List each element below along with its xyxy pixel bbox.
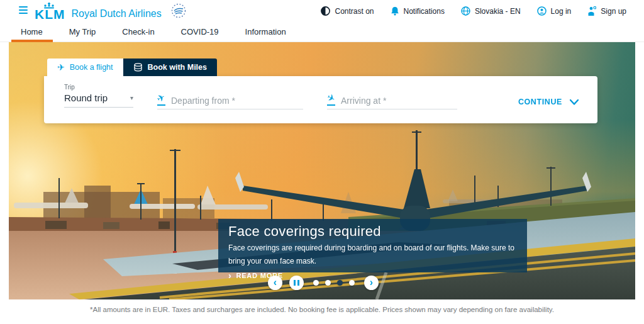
bell-icon: [391, 6, 399, 16]
chevron-left-icon: ‹: [274, 277, 277, 289]
carousel-next-button[interactable]: ›: [364, 276, 379, 290]
slide-message-banner: Face coverings required Face coverings a…: [218, 219, 527, 272]
chevron-down-icon: [570, 99, 579, 105]
hamburger-menu-icon[interactable]: [19, 6, 28, 14]
arrival-plane-icon: ✈: [327, 92, 335, 106]
locale-selector[interactable]: Slovakia - EN: [461, 6, 521, 16]
login-label: Log in: [551, 7, 572, 16]
nav-item-covid-19[interactable]: COVID-19: [181, 22, 219, 42]
notifications-label: Notifications: [404, 7, 445, 16]
chevron-right-icon: ›: [370, 277, 373, 289]
user-circle-icon: [537, 6, 547, 16]
klm-logo: KLM: [35, 8, 65, 21]
signup-button[interactable]: Sign up: [587, 6, 626, 16]
booking-tabs: ✈ Book a flight Book with Miles: [47, 59, 217, 76]
carousel-dot-4[interactable]: [349, 280, 355, 286]
signup-label: Sign up: [601, 7, 626, 16]
carousel-dot-1[interactable]: [313, 280, 319, 286]
carousel-dot-3[interactable]: [337, 280, 343, 286]
carousel-dots: [313, 280, 355, 286]
locale-label: Slovakia - EN: [475, 7, 521, 16]
carousel-dot-2[interactable]: [325, 280, 331, 286]
banner-body: Face coverings are required during board…: [228, 242, 516, 268]
airplane-icon: ✈: [57, 62, 65, 72]
main-nav: Home My Trip Check-in COVID-19 Informati…: [0, 22, 644, 42]
nav-item-my-trip[interactable]: My Trip: [69, 22, 96, 42]
banner-title: Face coverings required: [228, 223, 516, 240]
brand[interactable]: KLM Royal Dutch Airlines: [35, 3, 162, 21]
trip-type-value: Round trip: [64, 92, 108, 103]
pause-icon: [294, 280, 299, 286]
contrast-toggle[interactable]: Contrast on: [321, 6, 374, 16]
chevron-down-icon: ▾: [130, 94, 133, 101]
tab-book-with-miles-label: Book with Miles: [148, 63, 207, 72]
notifications-button[interactable]: Notifications: [391, 6, 445, 16]
carousel-prev-button[interactable]: ‹: [268, 276, 282, 290]
nav-item-information[interactable]: Information: [245, 22, 286, 42]
pricing-disclaimer: *All amounts are in EUR. Taxes and surch…: [0, 306, 644, 313]
chevron-right-icon: ›: [228, 272, 231, 279]
departing-from-input[interactable]: [171, 96, 303, 106]
booking-form-card: Trip Round trip ▾ ✈ ✈ CONTINUE: [44, 76, 597, 123]
contrast-icon: [321, 6, 330, 16]
departure-plane-icon: ✈: [157, 92, 165, 106]
trip-type-select[interactable]: Round trip ▾: [64, 92, 133, 108]
trip-field-label: Trip: [64, 84, 133, 91]
login-button[interactable]: Log in: [537, 6, 572, 16]
tab-book-with-miles[interactable]: Book with Miles: [123, 59, 217, 76]
carousel-pause-button[interactable]: [289, 276, 304, 290]
carousel-controls: ‹ ›: [268, 276, 379, 290]
hero-carousel: ✈ Book a flight Book with Miles Trip Rou…: [9, 42, 635, 299]
contrast-label: Contrast on: [335, 7, 374, 16]
top-header: KLM Royal Dutch Airlines Contrast on Not…: [0, 0, 644, 22]
utility-bar: Contrast on Notifications Slovakia - EN: [321, 0, 626, 22]
continue-button[interactable]: CONTINUE: [518, 98, 579, 106]
add-user-icon: [587, 6, 596, 16]
miles-coins-icon: [133, 63, 143, 72]
globe-icon: [461, 6, 470, 16]
globe-doodle-icon: [171, 3, 186, 18]
brand-name: Royal Dutch Airlines: [72, 7, 162, 21]
nav-item-check-in[interactable]: Check-in: [122, 22, 154, 42]
klm-crown-icon: [43, 3, 55, 9]
tab-book-a-flight[interactable]: ✈ Book a flight: [47, 59, 123, 76]
tab-book-a-flight-label: Book a flight: [70, 63, 113, 72]
nav-item-home[interactable]: Home: [21, 22, 43, 42]
arriving-at-input[interactable]: [341, 96, 457, 106]
continue-label: CONTINUE: [518, 98, 562, 106]
